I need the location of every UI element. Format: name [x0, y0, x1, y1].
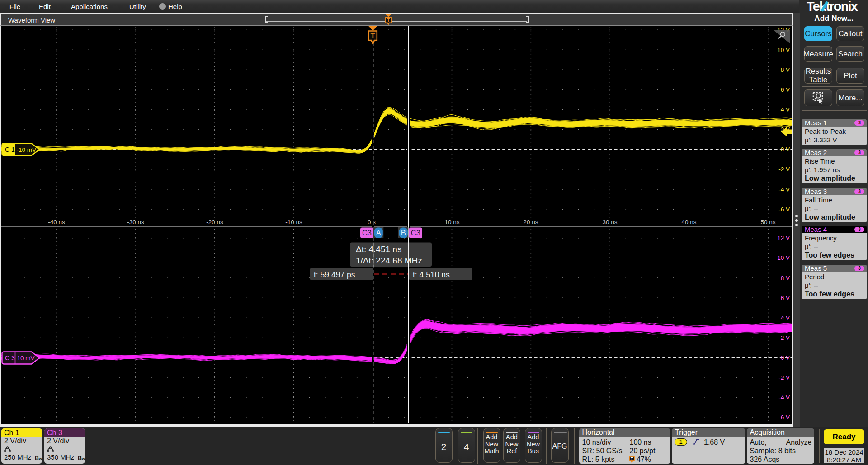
svg-text:10 V: 10 V: [777, 254, 790, 261]
svg-text:8 V: 8 V: [781, 275, 790, 282]
svg-text:0 s: 0 s: [368, 219, 376, 225]
svg-text:t: 59.497 ps: t: 59.497 ps: [314, 270, 355, 279]
svg-text:8 V: 8 V: [781, 66, 790, 73]
svg-text:6 V: 6 V: [781, 295, 790, 301]
svg-text:-10 ns: -10 ns: [285, 219, 302, 225]
svg-text:A: A: [376, 229, 381, 237]
svg-text:-4 V: -4 V: [778, 186, 790, 193]
svg-text:-30 ns: -30 ns: [127, 219, 144, 225]
svg-text:4 V: 4 V: [781, 315, 790, 321]
svg-text:0 V: 0 V: [781, 354, 790, 361]
svg-text:12 V: 12 V: [777, 235, 790, 241]
svg-text:Δt: 4.451 ns: Δt: 4.451 ns: [356, 244, 401, 254]
svg-text:50 ns: 50 ns: [760, 219, 775, 225]
svg-text:-2 V: -2 V: [778, 374, 790, 381]
svg-text:B: B: [401, 229, 406, 237]
svg-text:20 ns: 20 ns: [523, 219, 538, 225]
svg-text:6 V: 6 V: [781, 86, 790, 93]
svg-text:T: T: [387, 18, 390, 23]
svg-text:4 V: 4 V: [781, 106, 790, 113]
svg-text:0 V: 0 V: [781, 146, 790, 153]
svg-text:-2 V: -2 V: [778, 166, 790, 173]
svg-text:10 V: 10 V: [777, 47, 790, 53]
svg-text:-4 V: -4 V: [778, 394, 790, 401]
svg-text:30 ns: 30 ns: [602, 219, 617, 225]
svg-text:-6 V: -6 V: [778, 206, 790, 213]
svg-text:t: 4.510 ns: t: 4.510 ns: [413, 270, 450, 279]
svg-text:T: T: [630, 456, 633, 461]
svg-text:C3: C3: [411, 229, 420, 237]
svg-text:-40 ns: -40 ns: [48, 219, 65, 225]
svg-text:-10 mV: -10 mV: [17, 146, 37, 153]
svg-text:10 ns: 10 ns: [444, 219, 459, 225]
svg-text:10 mV: 10 mV: [17, 355, 35, 362]
svg-text:T: T: [371, 32, 376, 40]
svg-text:2 V: 2 V: [781, 334, 790, 341]
svg-text:C3: C3: [362, 229, 372, 237]
svg-text:C 3: C 3: [5, 354, 15, 362]
svg-text:C 1: C 1: [5, 146, 15, 153]
svg-text:-6 V: -6 V: [778, 414, 790, 421]
svg-text:1/Δt: 224.68 MHz: 1/Δt: 224.68 MHz: [356, 256, 422, 265]
svg-text:-20 ns: -20 ns: [206, 219, 223, 225]
svg-text:40 ns: 40 ns: [681, 219, 696, 225]
